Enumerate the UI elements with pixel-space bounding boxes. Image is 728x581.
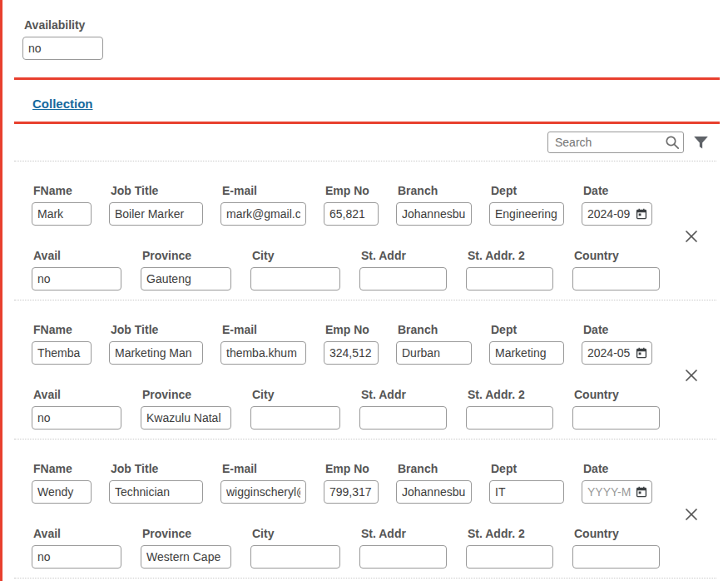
email-input[interactable] [220,341,306,365]
fname-label: FName [32,184,92,197]
record-fields-top: FName Job Title E-mail Emp No Branch [32,184,716,226]
st-addr-2-input[interactable] [466,267,553,290]
dept-label: Dept [489,462,564,475]
country-input[interactable] [572,545,660,569]
fname-label: FName [32,323,92,336]
branch-input[interactable] [396,480,472,504]
record-fields-top: FName Job Title E-mail Emp No Branch [32,462,716,504]
email-label: E-mail [220,323,306,336]
st-addr-2-input[interactable] [466,406,553,430]
st-addr-input[interactable] [359,406,447,430]
emp-no-input[interactable] [324,202,379,226]
branch-label: Branch [396,462,472,475]
avail-label: Avail [32,388,121,401]
calendar-icon[interactable] [636,347,647,359]
emp-no-input[interactable] [324,341,379,365]
province-input[interactable] [141,545,231,569]
emp-no-input[interactable] [324,480,379,504]
collection-panel-title[interactable]: Collection [32,97,93,111]
branch-input[interactable] [396,202,472,226]
avail-input[interactable] [32,267,121,290]
x-icon [683,374,700,386]
st-addr-2-label: St. Addr. 2 [466,249,553,262]
province-label: Province [141,249,231,262]
calendar-icon[interactable] [636,208,647,220]
dept-label: Dept [489,184,564,197]
province-label: Province [141,527,231,540]
availability-input[interactable] [22,37,103,60]
job-title-input[interactable] [109,341,203,365]
st-addr-2-label: St. Addr. 2 [466,527,553,540]
filter-icon [692,142,710,154]
form-page: Availability Collection [0,0,728,581]
record-row: FName Job Title E-mail Emp No Branch [14,439,716,579]
email-label: E-mail [220,184,306,197]
dept-label: Dept [489,323,564,336]
section-divider [14,122,720,124]
st-addr-2-input[interactable] [466,545,553,569]
city-label: City [250,527,340,540]
search-icon[interactable] [664,134,681,151]
avail-input[interactable] [32,545,121,569]
x-icon [683,235,700,247]
record-fields-top: FName Job Title E-mail Emp No Branch [32,323,716,365]
st-addr-input[interactable] [359,545,447,569]
country-label: Country [572,527,660,540]
st-addr-label: St. Addr [359,388,447,401]
dept-input[interactable] [489,202,564,226]
collection-records: FName Job Title E-mail Emp No Branch [14,161,716,579]
city-label: City [250,249,340,262]
city-input[interactable] [250,267,340,290]
country-label: Country [572,388,660,401]
collection-toolbar [2,132,710,153]
email-input[interactable] [220,202,306,226]
province-input[interactable] [141,267,231,290]
country-label: Country [572,249,660,262]
job-title-label: Job Title [109,323,203,336]
remove-record-button[interactable] [681,504,701,524]
branch-label: Branch [396,323,472,336]
record-fields-bottom: Avail Province City St. Addr St. Addr. 2 [32,249,716,290]
fname-input[interactable] [32,480,92,504]
email-input[interactable] [220,480,306,504]
job-title-label: Job Title [109,462,203,475]
fname-label: FName [32,462,92,475]
city-input[interactable] [250,406,340,430]
avail-input[interactable] [32,406,121,430]
st-addr-label: St. Addr [359,527,447,540]
dept-input[interactable] [489,480,564,504]
availability-field: Availability [22,0,728,60]
remove-record-button[interactable] [681,226,701,246]
branch-label: Branch [396,184,472,197]
job-title-label: Job Title [109,184,203,197]
country-input[interactable] [572,406,660,430]
date-label: Date [582,184,652,197]
st-addr-input[interactable] [359,267,447,290]
job-title-input[interactable] [109,480,203,504]
emp-no-label: Emp No [324,323,379,336]
avail-label: Avail [32,527,121,540]
province-input[interactable] [141,406,231,430]
search-box [547,132,684,153]
filter-button[interactable] [692,134,710,151]
calendar-icon[interactable] [636,486,647,498]
date-label: Date [582,323,652,336]
city-label: City [250,388,340,401]
record-row: FName Job Title E-mail Emp No Branch [14,300,716,439]
record-fields-bottom: Avail Province City St. Addr St. Addr. 2 [32,527,716,569]
avail-label: Avail [32,249,121,262]
record-fields-bottom: Avail Province City St. Addr St. Addr. 2 [32,388,716,430]
city-input[interactable] [250,545,340,569]
collection-header: Collection [32,97,728,112]
fname-input[interactable] [32,202,92,226]
branch-input[interactable] [396,341,472,365]
job-title-input[interactable] [109,202,203,226]
country-input[interactable] [572,267,660,290]
remove-record-button[interactable] [681,365,701,385]
province-label: Province [141,388,231,401]
x-icon [683,513,700,525]
email-label: E-mail [220,462,306,475]
fname-input[interactable] [32,341,92,365]
st-addr-label: St. Addr [359,249,447,262]
dept-input[interactable] [489,341,564,365]
